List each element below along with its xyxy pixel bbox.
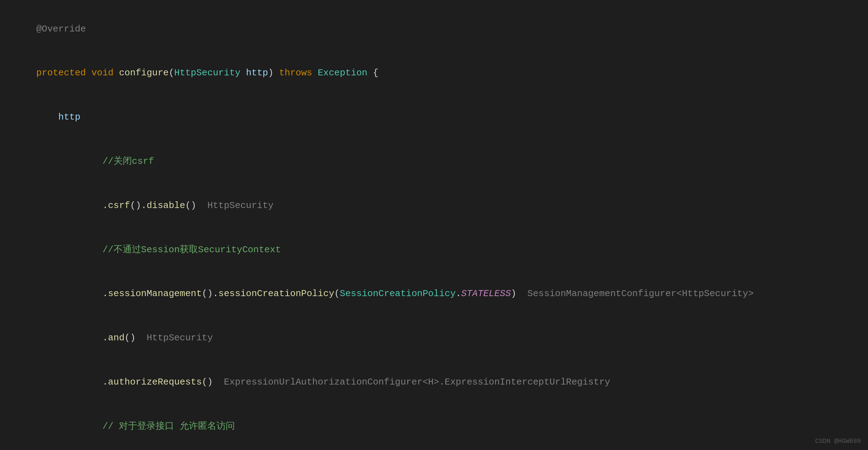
return-type-2: SessionManagementConfigurer<HttpSecurity… [527,288,754,299]
return-type-3: HttpSecurity [147,333,213,343]
param-http: http [246,68,268,78]
type-httpsecurity: HttpSecurity [174,68,241,78]
return-type-4: ExpressionUrlAuthorizationConfigurer<H>.… [224,377,610,387]
keyword-void: void [91,68,113,78]
annotation: @Override [36,24,86,34]
line-6: //不通过Session获取SecurityContext [14,228,854,272]
watermark: CSDN @HGW689 [815,436,861,446]
code-container: @Override protected void configure(HttpS… [0,0,868,450]
line-4: //关闭csrf [14,139,854,184]
method-authorize-requests: .authorizeRequests [103,377,202,387]
method-session-creation-policy: sessionCreationPolicy [218,288,334,299]
keyword-protected: protected [36,68,86,78]
method-and: .and [103,333,125,343]
method-csrf: .csrf [103,200,130,211]
method-configure: configure [119,68,169,78]
line-8: .and() HttpSecurity [14,316,854,360]
line-2: protected void configure(HttpSecurity ht… [14,51,854,96]
line-5: .csrf().disable() HttpSecurity [14,184,854,228]
keyword-throws: throws [279,68,312,78]
method-session-management: .sessionManagement [103,288,202,299]
line-7: .sessionManagement().sessionCreationPoli… [14,272,854,316]
comment-login: // 对于登录接口 允许匿名访问 [103,421,235,432]
comment-csrf: //关闭csrf [103,156,154,167]
line-3: http [14,96,854,140]
return-type-1: HttpSecurity [207,200,273,211]
type-exception: Exception [318,68,367,78]
line-11: .antMatchers( ...antPatterns: "/auth/log… [14,449,854,450]
const-stateless: STATELESS [461,288,511,299]
var-http-1: http [58,112,80,122]
line-9: .authorizeRequests() ExpressionUrlAuthor… [14,360,854,404]
line-10: // 对于登录接口 允许匿名访问 [14,404,854,449]
method-disable: disable [146,200,185,211]
comment-session: //不通过Session获取SecurityContext [103,244,281,255]
line-1: @Override [14,7,854,51]
type-session-creation-policy: SessionCreationPolicy [340,288,456,299]
